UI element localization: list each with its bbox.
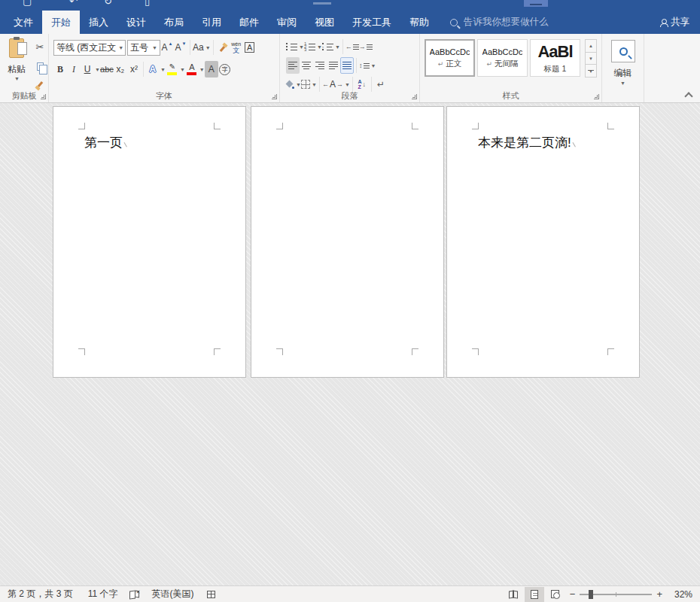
zoom-out-button[interactable]: − <box>565 588 580 600</box>
styles-scroll-down-icon[interactable]: ▼ <box>585 52 597 65</box>
font-dialog-launcher[interactable] <box>272 94 277 99</box>
margin-mark-icon <box>607 348 614 355</box>
tab-review[interactable]: 审阅 <box>268 11 306 34</box>
find-button[interactable] <box>611 40 635 62</box>
share-button[interactable]: 共享 <box>660 11 700 34</box>
save-icon[interactable]: ▢ <box>23 0 32 7</box>
page-3-text[interactable]: 本来是第二页滴! <box>478 134 577 151</box>
read-mode-button[interactable] <box>504 587 523 602</box>
style-normal[interactable]: AaBbCcDc ↵ 正文 <box>425 39 475 77</box>
distribute-button[interactable] <box>340 57 354 74</box>
enclose-characters-button[interactable]: 字 <box>218 61 232 78</box>
zoom-in-button[interactable]: + <box>652 588 667 600</box>
read-mode-icon <box>509 591 518 597</box>
new-document-icon[interactable]: ▯ <box>145 0 150 7</box>
strikethrough-button[interactable]: abc <box>100 61 114 78</box>
paragraph-dialog-launcher[interactable] <box>412 94 417 99</box>
tell-me-search[interactable]: 告诉我你想要做什么 <box>450 11 549 34</box>
subscript-button[interactable]: x₂ <box>114 61 127 78</box>
style-no-spacing[interactable]: AaBbCcDc ↵ 无间隔 <box>477 39 528 77</box>
grow-font-button[interactable]: A▲ <box>160 39 174 56</box>
underline-button[interactable]: U <box>81 61 94 78</box>
macro-recording-icon[interactable] <box>207 591 215 598</box>
collapse-ribbon-icon[interactable] <box>685 92 691 98</box>
tab-design[interactable]: 设计 <box>117 11 155 34</box>
shrink-font-button[interactable]: A▼ <box>174 39 187 56</box>
tab-home[interactable]: 开始 <box>42 11 80 34</box>
margin-mark-icon <box>412 123 418 129</box>
zoom-slider-thumb[interactable] <box>589 590 593 599</box>
page-1[interactable]: 第一页 <box>53 106 246 378</box>
font-color-button[interactable]: A <box>185 61 199 78</box>
page-2[interactable] <box>251 106 444 378</box>
paragraph-group-label: 段落 <box>280 90 419 102</box>
font-color-dropdown-arrow[interactable]: ▼ <box>199 67 205 72</box>
language-indicator[interactable]: 英语(美国) <box>144 588 201 600</box>
tab-layout[interactable]: 布局 <box>155 11 193 34</box>
bold-button[interactable]: B <box>53 61 67 78</box>
align-right-button[interactable] <box>313 57 327 74</box>
tab-mailings[interactable]: 邮件 <box>230 11 268 34</box>
tab-insert[interactable]: 插入 <box>80 11 117 34</box>
highlight-color-button[interactable]: ✎ <box>166 61 179 78</box>
page-1-text[interactable]: 第一页 <box>84 134 128 151</box>
tab-references[interactable]: 引用 <box>193 11 230 34</box>
increase-indent-button[interactable]: → <box>359 38 373 55</box>
highlighter-pen-icon: ✎ <box>169 63 175 71</box>
titlebar-button[interactable] <box>524 0 548 7</box>
align-left-button[interactable] <box>286 57 300 74</box>
print-layout-button[interactable] <box>525 587 544 602</box>
multilevel-list-button[interactable]: ›▼ <box>322 38 340 55</box>
cut-icon[interactable]: ✂ <box>33 38 47 55</box>
paste-label: 粘贴 <box>8 63 26 76</box>
clear-formatting-icon[interactable] <box>216 39 230 56</box>
page-number-indicator[interactable]: 第 2 页，共 3 页 <box>0 588 81 600</box>
margin-mark-icon <box>78 123 85 129</box>
highlight-dropdown-arrow[interactable]: ▼ <box>180 67 185 72</box>
styles-scroll-up-icon[interactable]: ▲ <box>585 39 597 53</box>
redo-icon[interactable]: ↻ <box>104 0 112 7</box>
undo-icon[interactable]: ↶ <box>69 0 78 7</box>
style-heading-1[interactable]: AaBl 标题 1 <box>530 39 580 77</box>
word-window: ▢ ↶ ↻ ▯ 文件 开始 插入 设计 布局 引用 邮件 审阅 视图 开发工具 … <box>0 0 700 602</box>
styles-dialog-launcher[interactable] <box>594 94 599 99</box>
numbering-button[interactable]: 123▼ <box>304 38 322 55</box>
superscript-button[interactable]: x² <box>127 61 141 78</box>
zoom-level-label[interactable]: 32% <box>667 589 692 600</box>
paste-dropdown-arrow[interactable]: ▼ <box>14 76 20 81</box>
phonetic-guide-button[interactable]: wén 文 <box>230 39 243 56</box>
justify-button[interactable] <box>327 57 340 74</box>
line-spacing-button[interactable]: ↕▼ <box>359 57 376 74</box>
editing-dropdown-arrow[interactable]: ▼ <box>602 81 644 86</box>
align-center-button[interactable] <box>300 57 313 74</box>
page-3[interactable]: 本来是第二页滴! <box>446 106 640 378</box>
character-border-button[interactable]: A <box>243 39 257 56</box>
tab-help[interactable]: 帮助 <box>400 11 438 34</box>
underline-dropdown-arrow[interactable]: ▼ <box>95 67 100 72</box>
word-count-indicator[interactable]: 11 个字 <box>81 588 126 600</box>
paste-button[interactable]: 粘贴 ▼ <box>3 38 30 91</box>
tab-view[interactable]: 视图 <box>306 11 343 34</box>
font-color-bar <box>187 72 196 75</box>
italic-button[interactable]: I <box>67 61 81 78</box>
tab-developer[interactable]: 开发工具 <box>343 11 400 34</box>
change-case-button[interactable]: Aa▼ <box>193 39 211 56</box>
text-effects-dropdown-arrow[interactable]: ▼ <box>160 67 166 72</box>
proofing-errors-icon[interactable] <box>129 591 139 598</box>
tab-file[interactable]: 文件 <box>5 11 42 34</box>
decrease-indent-button[interactable]: ← <box>345 38 359 55</box>
group-font: 等线 (西文正文 ▼ 五号 ▼ A▲ A▼ Aa▼ wén 文 A <box>49 34 280 102</box>
bullets-button[interactable]: ▼ <box>286 38 304 55</box>
web-layout-button[interactable] <box>546 587 565 602</box>
styles-more-icon[interactable]: ▼ <box>585 64 597 78</box>
font-name-select[interactable]: 等线 (西文正文 ▼ <box>53 40 126 56</box>
text-effects-button[interactable]: A <box>146 61 160 78</box>
margin-mark-icon <box>472 123 479 129</box>
margin-mark-icon <box>412 348 418 355</box>
group-styles: AaBbCcDc ↵ 正文 AaBbCcDc ↵ 无间隔 AaBl 标题 1 ▲… <box>420 34 602 102</box>
zoom-slider[interactable] <box>580 594 652 595</box>
clipboard-dialog-launcher[interactable] <box>41 94 46 99</box>
character-shading-button[interactable]: A <box>205 61 218 78</box>
font-size-select[interactable]: 五号 ▼ <box>127 40 160 56</box>
copy-icon[interactable] <box>33 58 47 74</box>
